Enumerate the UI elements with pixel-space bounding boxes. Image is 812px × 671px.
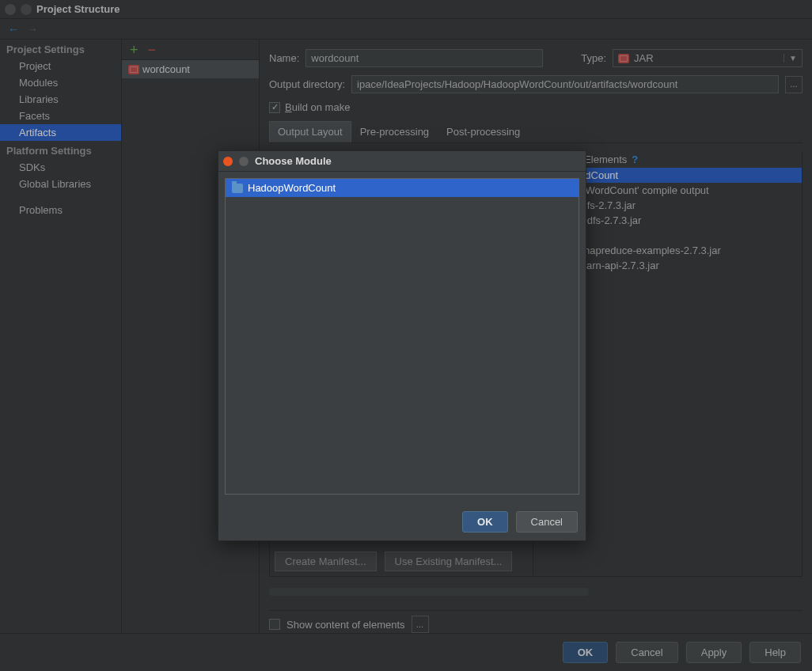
- choose-module-dialog: Choose Module HadoopWordCount OK Cancel: [218, 150, 586, 541]
- module-icon: [232, 184, 243, 193]
- modal-titlebar: Choose Module: [218, 151, 586, 172]
- modal-cancel-button[interactable]: Cancel: [516, 511, 578, 533]
- modal-body: HadoopWordCount: [218, 172, 586, 503]
- modal-close-icon[interactable]: [223, 157, 233, 166]
- modal-ok-button[interactable]: OK: [462, 511, 508, 533]
- module-list-item[interactable]: HadoopWordCount: [226, 179, 579, 197]
- modal-footer: OK Cancel: [218, 503, 586, 540]
- module-list-item-label: HadoopWordCount: [248, 182, 336, 194]
- modal-title: Choose Module: [255, 155, 332, 167]
- modal-minimize-icon[interactable]: [239, 157, 249, 166]
- module-list: HadoopWordCount: [225, 178, 579, 495]
